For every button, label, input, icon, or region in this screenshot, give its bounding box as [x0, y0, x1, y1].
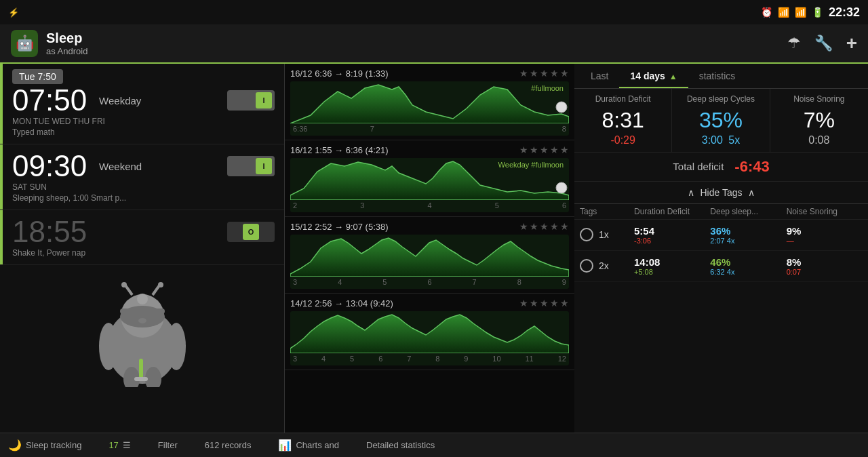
deep-sub-value: 3:00 5x — [679, 134, 762, 146]
record-chart-1: #fullmoon 6:3678 — [290, 81, 569, 136]
star-1-3: ★ — [540, 68, 549, 79]
star-2-4: ★ — [550, 144, 559, 155]
sleep-record-2[interactable]: 16/12 1:55 → 6:36 (4:21) ★ ★ ★ ★ ★ Weekd… — [285, 140, 574, 217]
left-panel: Tue 7:50 07:50 Weekday I MON TUE WED THU… — [0, 64, 285, 433]
title-left: 🤖 Sleep as Android — [11, 30, 87, 57]
duration-sub-value: -0:29 — [581, 134, 665, 146]
alarm-toggle-2[interactable]: I — [227, 156, 275, 176]
star-2-5: ★ — [560, 144, 569, 155]
tab-14days[interactable]: 14 days ▲ — [619, 64, 688, 88]
alarm-item-2[interactable]: 09:30 Weekend I SAT SUN Sleeping sheep, … — [0, 144, 284, 210]
title-bar: 🤖 Sleep as Android ☂ 🔧 + — [0, 24, 868, 64]
bottom-records: 612 records — [205, 440, 252, 450]
tags-row-1[interactable]: 1x 5:54 -3:06 36% 2:07 4x 9% — — [574, 220, 868, 251]
svg-rect-17 — [139, 359, 143, 379]
total-deficit-row: Total deficit -6:43 — [574, 153, 868, 182]
tab-last[interactable]: Last — [580, 64, 619, 88]
alarm-item-3[interactable]: 18:55 O Shake It, Power nap — [0, 210, 284, 265]
tag-noise-2: 8% 0:07 — [787, 256, 863, 276]
bottom-sleep-tracking[interactable]: 🌙 Sleep tracking — [8, 439, 81, 452]
sleep-record-4[interactable]: 14/12 2:56 → 13:04 (9:42) ★ ★ ★ ★ ★ — [285, 294, 574, 370]
bottom-count[interactable]: 17 ☰ — [108, 440, 130, 450]
tab-statistics[interactable]: statistics — [688, 64, 747, 88]
bottom-charts[interactable]: Detailed statistics — [366, 440, 435, 450]
svg-point-9 — [158, 282, 163, 287]
sleep-record-1[interactable]: 16/12 6:36 → 8:19 (1:33) ★ ★ ★ ★ ★ #full… — [285, 64, 574, 140]
alarm-toggle-3[interactable]: O — [227, 222, 275, 242]
records-count: 612 records — [205, 440, 252, 450]
wifi-icon: 📶 — [778, 7, 789, 18]
svg-point-13 — [99, 323, 118, 370]
record-time-1: 16/12 6:36 → 8:19 (1:33) — [290, 68, 389, 79]
star-3-1: ★ — [519, 221, 528, 232]
title-icons: ☂ 🔧 + — [787, 33, 857, 54]
stats-tabs: Last 14 days ▲ statistics — [574, 64, 868, 89]
alarm-badge-1: Tue 7:50 — [12, 69, 63, 84]
stats-col-noise: Noise Snoring 7% 0:08 — [770, 89, 868, 152]
record-chart-3: 3456789 — [290, 235, 569, 289]
chart-icon: 📊 — [278, 439, 292, 452]
alarm-item-1[interactable]: Tue 7:50 07:50 Weekday I MON TUE WED THU… — [0, 64, 284, 144]
noise-sub-value: 0:08 — [777, 134, 861, 146]
alarm-days-2: SAT SUN — [12, 182, 275, 192]
alarm-count: 17 — [108, 440, 118, 450]
bottom-bar: 🌙 Sleep tracking 17 ☰ Filter 612 records… — [0, 433, 868, 457]
alarm-time-1: 07:50 — [12, 85, 87, 115]
record-stars-3: ★ ★ ★ ★ ★ — [519, 221, 569, 232]
svg-line-8 — [153, 285, 159, 295]
record-stars-4: ★ ★ ★ ★ ★ — [519, 298, 569, 309]
record-time-4: 14/12 2:56 → 13:04 (9:42) — [290, 298, 393, 309]
star-3-5: ★ — [560, 221, 569, 232]
tag-circle-1 — [580, 228, 593, 241]
list-icon: ☰ — [123, 440, 131, 450]
wrench-icon[interactable]: 🔧 — [814, 35, 833, 52]
star-3-2: ★ — [530, 221, 538, 232]
alarm-desc-1: Typed math — [12, 127, 275, 137]
alarm-toggle-1[interactable]: I — [227, 90, 275, 111]
svg-point-21 — [556, 102, 567, 113]
svg-rect-11 — [120, 309, 165, 314]
sleep-record-3[interactable]: 15/12 2:52 → 9:07 (5:38) ★ ★ ★ ★ ★ — [285, 217, 574, 294]
status-left: ⚡ — [8, 7, 19, 18]
battery-icon: 🔋 — [812, 7, 823, 18]
tag-noise-1: 9% — — [787, 225, 863, 245]
tag-duration-1: 5:54 -3:06 — [634, 225, 710, 245]
hide-tags-button[interactable]: ∧ Hide Tags ∧ — [574, 182, 868, 204]
record-stars-2: ★ ★ ★ ★ ★ — [519, 144, 569, 155]
svg-marker-24 — [290, 238, 569, 277]
add-icon[interactable]: + — [846, 33, 857, 54]
umbrella-icon[interactable]: ☂ — [787, 35, 801, 52]
svg-marker-20 — [290, 85, 569, 123]
star-3-3: ★ — [540, 221, 549, 232]
chart-axis-1: 6:3678 — [290, 123, 569, 133]
alarm-desc-2: Sleeping sheep, 1:00 Smart p... — [12, 193, 275, 203]
app-subtitle: as Android — [46, 46, 87, 56]
stats-col-deep: Deep sleep Cycles 35% 3:00 5x — [672, 89, 770, 152]
star-4-5: ★ — [560, 298, 569, 309]
bottom-filter[interactable]: Filter — [158, 440, 178, 450]
chart-axis-2: 23456 — [290, 200, 569, 210]
tag-duration-2: 14:08 +5:08 — [634, 256, 710, 276]
charts-label: Detailed statistics — [366, 440, 435, 450]
svg-point-14 — [167, 323, 186, 370]
middle-panel: 16/12 6:36 → 8:19 (1:33) ★ ★ ★ ★ ★ #full… — [285, 64, 574, 433]
noise-main-value: 7% — [777, 108, 861, 133]
sleep-tracking-label: Sleep tracking — [26, 440, 81, 450]
star-2-2: ★ — [530, 144, 538, 155]
tags-header: Tags Duration Deficit Deep sleep... Nois… — [574, 204, 868, 220]
record-chart-2: Weekday #fullmoon 23456 — [290, 158, 569, 212]
star-4-1: ★ — [519, 298, 528, 309]
status-time: 22:32 — [829, 5, 860, 20]
stats-grid: Duration Deficit 8:31 -0:29 Deep sleep C… — [574, 89, 868, 153]
alarm-desc-3: Shake It, Power nap — [12, 248, 275, 258]
record-chart-4: 3456789101112 — [290, 311, 569, 365]
tag-count-1: 1x — [580, 228, 634, 241]
stats-col-duration: Duration Deficit 8:31 -0:29 — [574, 89, 672, 152]
android-mascot — [75, 272, 210, 394]
tags-row-2[interactable]: 2x 14:08 +5:08 46% 6:32 4x 8% 0:07 — [574, 251, 868, 282]
chart-label-1: #fullmoon — [531, 84, 564, 92]
bottom-detailed-stats[interactable]: 📊 Charts and — [278, 439, 339, 452]
alarm-label-2: Weekend — [99, 161, 142, 172]
record-stars-1: ★ ★ ★ ★ ★ — [519, 68, 569, 79]
right-panel: Last 14 days ▲ statistics Duration Defic… — [574, 64, 868, 433]
